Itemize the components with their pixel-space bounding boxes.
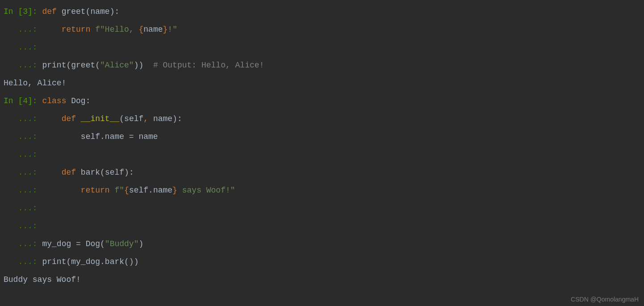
input-prompt: In [4]: [4,96,42,105]
code-line[interactable]: ...: return f"Hello, {name}!" [4,21,644,38]
continuation-prompt: ...: [4,239,42,248]
code-token: def [62,114,81,123]
code-token: bark [81,168,100,177]
code-token: return [62,25,96,34]
code-token: "Buddy" [105,239,139,248]
code-token [42,168,61,177]
continuation-prompt: ...: [4,186,42,195]
code-token: (greet( [66,61,100,70]
code-token: self.name = name [42,132,158,141]
code-token: "Alice" [100,61,134,70]
code-line[interactable]: ...: [4,199,644,217]
code-line[interactable]: ...: self.name = name [4,128,644,146]
continuation-prompt: ...: [4,114,42,123]
code-line[interactable]: ...: [4,146,644,163]
code-token: )) [134,61,144,70]
code-token: class [42,96,71,105]
code-token: (self [119,114,143,123]
code-token: f"Hello, [95,25,138,34]
code-token: says Woof!" [177,186,235,195]
code-line[interactable]: ...: def bark(self): [4,163,644,181]
continuation-prompt: ...: [4,222,42,231]
code-line[interactable]: ...: def __init__(self, name): [4,110,644,128]
continuation-prompt: ...: [4,204,42,213]
output-line: Buddy says Woof! [4,271,644,289]
code-line[interactable]: ...: print(greet("Alice")) # Output: Hel… [4,56,644,74]
continuation-prompt: ...: [4,132,42,141]
code-token: def [62,168,81,177]
continuation-prompt: ...: [4,168,42,177]
watermark: CSDN @QomolangmaH [571,295,639,303]
code-token [42,186,80,195]
code-token: name [143,25,163,34]
code-token [42,114,61,123]
code-token: } [163,25,168,34]
code-token: __init__ [81,114,119,123]
code-token: # Output: Hello, Alice! [143,61,264,70]
code-token: name): [153,114,182,123]
code-token: { [138,25,143,34]
code-line[interactable]: ...: [4,217,644,235]
code-line[interactable]: ...: print(my_dog.bark()) [4,253,644,271]
code-token: greet [62,7,86,16]
code-token: } [172,186,177,195]
code-token: (my_dog.bark()) [66,257,138,266]
code-token: f" [114,186,124,195]
output-text: Hello, Alice! [4,79,66,88]
output-text: Buddy says Woof! [4,275,81,284]
code-token: , [143,114,153,123]
code-token: def [42,7,61,16]
code-token: print [42,61,66,70]
continuation-prompt: ...: [4,257,42,266]
code-token: !" [167,25,177,34]
code-token [42,25,61,34]
code-token: my_dog = Dog( [42,239,105,248]
code-token: Dog: [71,96,90,105]
code-line[interactable]: ...: my_dog = Dog("Buddy") [4,235,644,253]
code-token: (self): [100,168,134,177]
code-token: (name): [86,7,120,16]
code-line[interactable]: In [3]: def greet(name): [4,3,644,21]
continuation-prompt: ...: [4,150,42,159]
input-prompt: In [3]: [4,7,42,16]
code-line[interactable]: In [4]: class Dog: [4,92,644,110]
code-line[interactable]: ...: return f"{self.name} says Woof!" [4,181,644,199]
continuation-prompt: ...: [4,43,42,52]
code-token: ) [138,239,143,248]
code-token: self.name [129,186,172,195]
code-line[interactable]: ...: [4,38,644,56]
code-token: return [81,186,115,195]
code-token: { [124,186,129,195]
ipython-terminal[interactable]: In [3]: def greet(name): ...: return f"H… [0,0,644,289]
output-line: Hello, Alice! [4,74,644,92]
continuation-prompt: ...: [4,25,42,34]
code-token: print [42,257,66,266]
continuation-prompt: ...: [4,61,42,70]
